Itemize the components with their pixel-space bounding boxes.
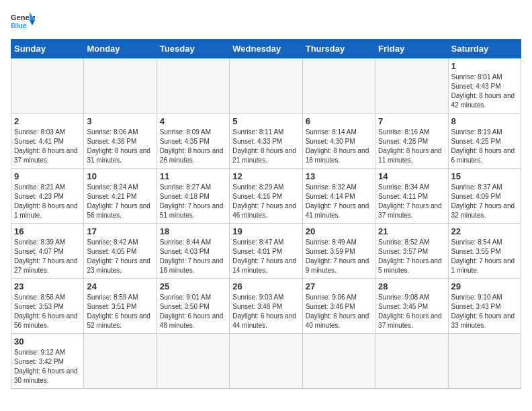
day-info: Sunrise: 8:24 AM Sunset: 4:21 PM Dayligh… [87,183,153,220]
day-number: 30 [14,336,81,347]
svg-text:Blue: Blue [11,21,27,30]
day-info: Sunrise: 8:49 AM Sunset: 3:59 PM Dayligh… [306,238,372,275]
calendar-cell [84,58,157,113]
calendar-cell: 30Sunrise: 9:12 AM Sunset: 3:42 PM Dayli… [11,334,84,389]
calendar-cell [375,58,448,113]
calendar-cell [11,58,84,113]
calendar: SundayMondayTuesdayWednesdayThursdayFrid… [11,39,521,389]
day-number: 28 [378,281,445,291]
day-info: Sunrise: 9:01 AM Sunset: 3:50 PM Dayligh… [160,293,226,330]
day-info: Sunrise: 8:16 AM Sunset: 4:28 PM Dayligh… [378,128,445,165]
calendar-cell: 5Sunrise: 8:11 AM Sunset: 4:33 PM Daylig… [230,113,302,169]
day-header-monday: Monday [84,40,157,58]
day-header-thursday: Thursday [302,40,375,58]
day-info: Sunrise: 8:44 AM Sunset: 4:03 PM Dayligh… [160,238,226,275]
calendar-cell [375,334,448,389]
logo: General Blue [11,11,35,31]
day-info: Sunrise: 9:06 AM Sunset: 3:46 PM Dayligh… [306,293,372,330]
calendar-cell: 1Sunrise: 8:01 AM Sunset: 4:43 PM Daylig… [448,58,521,113]
day-info: Sunrise: 8:52 AM Sunset: 3:57 PM Dayligh… [378,238,445,275]
svg-marker-3 [30,20,35,26]
calendar-cell: 12Sunrise: 8:29 AM Sunset: 4:16 PM Dayli… [230,169,302,224]
day-info: Sunrise: 8:06 AM Sunset: 4:38 PM Dayligh… [87,128,153,165]
day-header-sunday: Sunday [11,40,84,58]
day-number: 13 [306,171,372,181]
day-number: 5 [232,116,299,126]
day-number: 6 [306,116,372,126]
day-number: 16 [14,226,81,236]
day-info: Sunrise: 8:42 AM Sunset: 4:05 PM Dayligh… [87,238,153,275]
day-number: 19 [232,226,299,236]
day-number: 9 [14,171,81,181]
calendar-cell: 15Sunrise: 8:37 AM Sunset: 4:09 PM Dayli… [448,169,521,224]
calendar-cell: 23Sunrise: 8:56 AM Sunset: 3:53 PM Dayli… [11,279,84,334]
day-number: 21 [378,226,445,236]
calendar-cell: 9Sunrise: 8:21 AM Sunset: 4:23 PM Daylig… [11,169,84,224]
day-number: 26 [232,281,299,291]
calendar-cell [230,334,302,389]
calendar-cell: 2Sunrise: 8:03 AM Sunset: 4:41 PM Daylig… [11,113,84,169]
day-number: 25 [160,281,226,291]
day-number: 15 [451,171,518,181]
day-info: Sunrise: 8:32 AM Sunset: 4:14 PM Dayligh… [306,183,372,220]
day-info: Sunrise: 8:39 AM Sunset: 4:07 PM Dayligh… [14,238,81,275]
calendar-cell: 10Sunrise: 8:24 AM Sunset: 4:21 PM Dayli… [84,169,157,224]
calendar-cell: 16Sunrise: 8:39 AM Sunset: 4:07 PM Dayli… [11,224,84,279]
day-info: Sunrise: 9:03 AM Sunset: 3:48 PM Dayligh… [232,293,299,330]
calendar-cell: 19Sunrise: 8:47 AM Sunset: 4:01 PM Dayli… [230,224,302,279]
week-row-3: 9Sunrise: 8:21 AM Sunset: 4:23 PM Daylig… [11,169,521,224]
week-row-5: 23Sunrise: 8:56 AM Sunset: 3:53 PM Dayli… [11,279,521,334]
day-info: Sunrise: 9:12 AM Sunset: 3:42 PM Dayligh… [14,348,81,385]
day-number: 22 [451,226,518,236]
calendar-cell: 29Sunrise: 9:10 AM Sunset: 3:43 PM Dayli… [448,279,521,334]
day-info: Sunrise: 8:19 AM Sunset: 4:25 PM Dayligh… [451,128,518,165]
header: General Blue [11,11,521,31]
day-info: Sunrise: 8:03 AM Sunset: 4:41 PM Dayligh… [14,128,81,165]
day-info: Sunrise: 8:34 AM Sunset: 4:11 PM Dayligh… [378,183,445,220]
calendar-cell: 6Sunrise: 8:14 AM Sunset: 4:30 PM Daylig… [302,113,375,169]
calendar-cell [302,334,375,389]
calendar-cell: 27Sunrise: 9:06 AM Sunset: 3:46 PM Dayli… [302,279,375,334]
day-number: 8 [451,116,518,126]
day-info: Sunrise: 8:21 AM Sunset: 4:23 PM Dayligh… [14,183,81,220]
week-row-6: 30Sunrise: 9:12 AM Sunset: 3:42 PM Dayli… [11,334,521,389]
day-info: Sunrise: 8:11 AM Sunset: 4:33 PM Dayligh… [232,128,299,165]
day-info: Sunrise: 8:54 AM Sunset: 3:55 PM Dayligh… [451,238,518,275]
calendar-cell: 25Sunrise: 9:01 AM Sunset: 3:50 PM Dayli… [157,279,229,334]
day-number: 12 [232,171,299,181]
day-number: 1 [451,61,518,71]
day-header-friday: Friday [375,40,448,58]
calendar-cell: 11Sunrise: 8:27 AM Sunset: 4:18 PM Dayli… [157,169,229,224]
week-row-4: 16Sunrise: 8:39 AM Sunset: 4:07 PM Dayli… [11,224,521,279]
week-row-2: 2Sunrise: 8:03 AM Sunset: 4:41 PM Daylig… [11,113,521,169]
day-number: 2 [14,116,81,126]
calendar-cell: 22Sunrise: 8:54 AM Sunset: 3:55 PM Dayli… [448,224,521,279]
calendar-cell: 28Sunrise: 9:08 AM Sunset: 3:45 PM Dayli… [375,279,448,334]
calendar-cell [157,58,229,113]
calendar-cell: 21Sunrise: 8:52 AM Sunset: 3:57 PM Dayli… [375,224,448,279]
day-number: 17 [87,226,153,236]
calendar-cell [302,58,375,113]
day-number: 10 [87,171,153,181]
day-number: 7 [378,116,445,126]
day-header-tuesday: Tuesday [157,40,229,58]
day-number: 24 [87,281,153,291]
calendar-cell: 4Sunrise: 8:09 AM Sunset: 4:35 PM Daylig… [157,113,229,169]
day-info: Sunrise: 8:37 AM Sunset: 4:09 PM Dayligh… [451,183,518,220]
day-number: 14 [378,171,445,181]
calendar-cell: 17Sunrise: 8:42 AM Sunset: 4:05 PM Dayli… [84,224,157,279]
calendar-cell [157,334,229,389]
day-number: 18 [160,226,226,236]
calendar-cell [84,334,157,389]
calendar-cell: 7Sunrise: 8:16 AM Sunset: 4:28 PM Daylig… [375,113,448,169]
day-info: Sunrise: 8:47 AM Sunset: 4:01 PM Dayligh… [232,238,299,275]
calendar-cell: 8Sunrise: 8:19 AM Sunset: 4:25 PM Daylig… [448,113,521,169]
calendar-cell [448,334,521,389]
day-info: Sunrise: 8:27 AM Sunset: 4:18 PM Dayligh… [160,183,226,220]
calendar-cell: 13Sunrise: 8:32 AM Sunset: 4:14 PM Dayli… [302,169,375,224]
day-info: Sunrise: 9:08 AM Sunset: 3:45 PM Dayligh… [378,293,445,330]
day-info: Sunrise: 8:56 AM Sunset: 3:53 PM Dayligh… [14,293,81,330]
calendar-cell: 26Sunrise: 9:03 AM Sunset: 3:48 PM Dayli… [230,279,302,334]
day-number: 3 [87,116,153,126]
calendar-cell [230,58,302,113]
